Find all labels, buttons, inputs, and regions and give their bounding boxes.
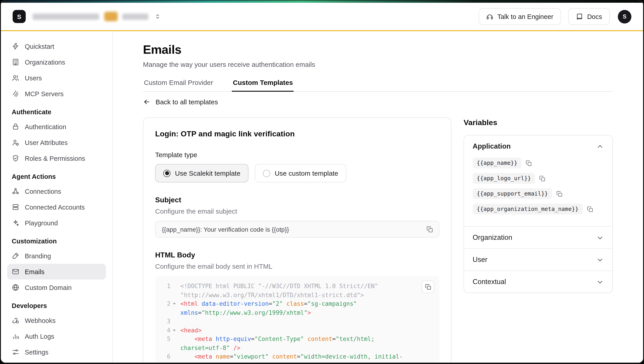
mail-icon <box>12 268 20 275</box>
main-content: Emails Manage the way your users receive… <box>113 31 643 363</box>
fold-spacer <box>170 282 178 291</box>
sidebar-item-user-attributes[interactable]: User Attributes <box>7 135 106 150</box>
back-link-label: Back to all templates <box>156 98 218 106</box>
sidebar-item-emails[interactable]: Emails <box>7 264 106 280</box>
copy-icon[interactable] <box>556 190 563 197</box>
fold-caret-icon[interactable] <box>170 326 178 335</box>
sidebar-item-label: Connected Accounts <box>25 204 85 211</box>
fold-caret-icon[interactable] <box>170 299 178 308</box>
sidebar-item-label: Webhooks <box>25 317 56 324</box>
nodes-icon <box>12 188 20 195</box>
sidebar-item-roles-permissions[interactable]: Roles & Permissions <box>7 150 106 166</box>
sidebar-item-playground[interactable]: Playground <box>7 215 106 231</box>
sidebar-item-label: Roles & Permissions <box>25 155 85 162</box>
html-body-editor[interactable]: 1<!DOCTYPE html PUBLIC "-//W3C//DTD XHTM… <box>155 276 439 363</box>
sidebar-group-header: Authenticate <box>12 108 102 116</box>
variables-card: Application{{app_name}}{{app_logo_url}}{… <box>464 135 613 293</box>
sidebar-group-header: Customization <box>12 238 102 245</box>
html-body-help: Configure the email body sent in HTML <box>155 262 439 270</box>
line-number: 5 <box>159 335 170 343</box>
content-row: Login: OTP and magic link verification T… <box>143 117 613 363</box>
copy-icon[interactable] <box>587 206 594 213</box>
fold-spacer <box>170 317 178 326</box>
docs-button[interactable]: Docs <box>568 8 610 25</box>
zap-icon <box>12 43 20 50</box>
subject-label: Subject <box>155 196 439 204</box>
option-use-scalekit-template[interactable]: Use Scalekit template <box>155 164 248 183</box>
webhook-icon <box>12 317 20 324</box>
workspace-switcher[interactable]: S <box>13 10 161 23</box>
variable-row: {{app_logo_url}} <box>473 173 604 184</box>
users-icon <box>12 74 20 82</box>
code-content: <head> <box>180 326 420 335</box>
section-label: User <box>473 256 487 264</box>
template-editor-card: Login: OTP and magic link verification T… <box>143 117 452 363</box>
code-line: 4<head> <box>155 326 420 335</box>
sidebar-item-mcp-servers[interactable]: MCP Servers <box>7 86 106 102</box>
sidebar-item-label: MCP Servers <box>25 90 64 97</box>
chevron-down-icon[interactable] <box>596 256 604 264</box>
headphones-icon <box>486 13 493 20</box>
line-number: 1 <box>159 282 170 291</box>
talk-to-engineer-label: Talk to an Engineer <box>498 13 553 20</box>
sidebar-item-organizations[interactable]: Organizations <box>7 54 106 70</box>
html-body-label: HTML Body <box>155 251 439 259</box>
sidebar-item-authentication[interactable]: Authentication <box>7 119 106 135</box>
sidebar-item-custom-domain[interactable]: Custom Domain <box>7 280 106 295</box>
line-number: 6 <box>159 352 170 361</box>
tab-custom-email-provider[interactable]: Custom Email Provider <box>143 76 214 91</box>
variables-section-user[interactable]: User <box>464 249 612 271</box>
tab-bar: Custom Email ProviderCustom Templates <box>143 76 613 92</box>
user-gear-icon <box>12 139 20 146</box>
mcp-icon <box>12 90 20 98</box>
user-avatar[interactable]: S <box>618 10 631 23</box>
variables-section-application[interactable]: Application <box>464 135 612 157</box>
talk-to-engineer-button[interactable]: Talk to an Engineer <box>478 8 561 25</box>
book-icon <box>576 13 583 20</box>
sidebar-nav: QuickstartOrganizationsUsersMCP ServersA… <box>1 31 113 363</box>
sidebar-item-label: Authentication <box>25 123 66 130</box>
tab-custom-templates[interactable]: Custom Templates <box>232 76 294 91</box>
sidebar-item-label: Settings <box>25 348 48 356</box>
line-number: 3 <box>159 317 170 326</box>
sidebar-group-header: Developers <box>12 302 102 309</box>
code-content: <!DOCTYPE html PUBLIC "-//W3C//DTD XHTML… <box>180 282 420 299</box>
option-use-custom-template[interactable]: Use custom template <box>255 164 346 183</box>
copy-subject-icon[interactable] <box>426 226 434 233</box>
sidebar-item-label: Quickstart <box>25 43 54 50</box>
sidebar-item-users[interactable]: Users <box>7 70 106 86</box>
sidebar-item-auth-logs[interactable]: Auth Logs <box>7 328 106 344</box>
code-content <box>180 317 420 326</box>
copy-icon[interactable] <box>526 160 532 166</box>
sidebar-item-label: Branding <box>25 252 51 259</box>
variables-section-organization[interactable]: Organization <box>464 227 612 248</box>
chevron-up-icon[interactable] <box>596 142 604 150</box>
fold-spacer <box>170 352 178 361</box>
variables-section-contextual[interactable]: Contextual <box>464 271 612 293</box>
chevron-down-icon[interactable] <box>596 234 604 241</box>
section-label: Organization <box>473 234 512 242</box>
top-gradient <box>1 1 643 3</box>
chevrons-up-down-icon[interactable] <box>154 13 161 20</box>
docs-label: Docs <box>587 13 602 20</box>
copy-code-button[interactable] <box>422 280 434 293</box>
page-subtitle: Manage the way your users receive authen… <box>143 61 613 68</box>
sidebar-item-connections[interactable]: Connections <box>7 183 106 199</box>
chevron-down-icon[interactable] <box>596 278 604 286</box>
back-link[interactable]: Back to all templates <box>143 98 218 106</box>
sidebar-item-webhooks[interactable]: Webhooks <box>7 312 106 328</box>
code-line: 1<!DOCTYPE html PUBLIC "-//W3C//DTD XHTM… <box>155 282 420 299</box>
variables-title: Variables <box>464 118 613 127</box>
sidebar-item-connected-accounts[interactable]: Connected Accounts <box>7 199 106 215</box>
code-line: 5 <meta http-equiv="Content-Type" conten… <box>155 335 420 352</box>
sidebar-item-branding[interactable]: Branding <box>7 248 106 264</box>
section-label: Application <box>473 142 511 150</box>
shield-check-icon <box>12 154 20 162</box>
subject-input[interactable]: {{app_name}}: Your verification code is … <box>155 221 439 238</box>
lock-icon <box>12 123 20 130</box>
template-title: Login: OTP and magic link verification <box>155 130 439 139</box>
copy-icon[interactable] <box>539 175 546 182</box>
sidebar-item-settings[interactable]: Settings <box>7 344 106 360</box>
bar-chart-icon <box>12 332 20 340</box>
sidebar-item-quickstart[interactable]: Quickstart <box>7 38 106 54</box>
